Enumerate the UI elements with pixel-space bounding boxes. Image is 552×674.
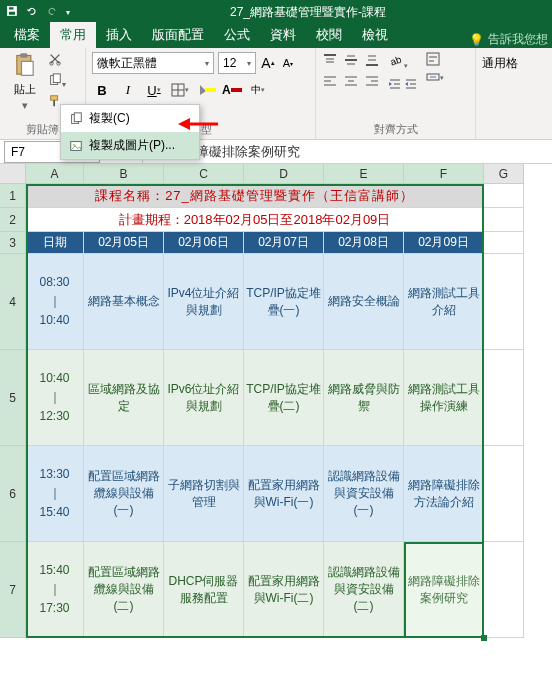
grow-font-icon[interactable]: A▴	[260, 55, 276, 71]
cell[interactable]: DHCP伺服器服務配置	[164, 542, 244, 638]
cell-header[interactable]: 02月06日	[164, 232, 244, 254]
col-header[interactable]: E	[324, 164, 404, 184]
cell-time[interactable]: 13:30 ｜ 15:40	[26, 446, 84, 542]
cell[interactable]: IPv6位址介紹與規劃	[164, 350, 244, 446]
cell[interactable]	[484, 350, 524, 446]
indent-inc-icon[interactable]	[404, 77, 418, 94]
cell[interactable]: 配置區域網路纜線與設備(二)	[84, 542, 164, 638]
copy-icon[interactable]: ▾	[48, 73, 66, 90]
cell-time[interactable]: 15:40 ｜ 17:30	[26, 542, 84, 638]
cell-header[interactable]: 02月07日	[244, 232, 324, 254]
tab-home[interactable]: 常用	[50, 22, 96, 48]
cell-header[interactable]: 02月09日	[404, 232, 484, 254]
undo-icon[interactable]	[26, 5, 38, 20]
col-header[interactable]: C	[164, 164, 244, 184]
save-icon[interactable]	[6, 5, 18, 20]
font-size-select[interactable]: 12▾	[218, 52, 256, 74]
orientation-icon[interactable]: ab▾	[388, 52, 418, 71]
cell[interactable]	[484, 232, 524, 254]
shrink-font-icon[interactable]: A▾	[280, 55, 296, 71]
cell[interactable]	[484, 208, 524, 232]
number-format-select[interactable]: 通用格	[482, 52, 536, 74]
cell[interactable]	[484, 446, 524, 542]
cell[interactable]: 網路基本概念	[84, 254, 164, 350]
align-middle-icon[interactable]	[343, 52, 361, 70]
cell[interactable]: 網路安全概論	[324, 254, 404, 350]
font-color-button[interactable]: A	[222, 80, 242, 100]
svg-rect-2	[9, 11, 15, 14]
indent-dec-icon[interactable]	[388, 77, 402, 94]
col-header[interactable]: A	[26, 164, 84, 184]
tab-view[interactable]: 檢視	[352, 22, 398, 48]
cell-active[interactable]: 網路障礙排除案例研究	[404, 542, 484, 638]
svg-text:ab: ab	[389, 53, 404, 67]
font-name-select[interactable]: 微軟正黑體▾	[92, 52, 214, 74]
svg-rect-1	[9, 7, 14, 9]
cell-time[interactable]: 08:30 ｜ 10:40	[26, 254, 84, 350]
tab-file[interactable]: 檔案	[4, 22, 50, 48]
cell[interactable]	[484, 542, 524, 638]
align-top-icon[interactable]	[322, 52, 340, 70]
align-right-icon[interactable]	[364, 73, 382, 91]
cell[interactable]: 配置家用網路與Wi-Fi(一)	[244, 446, 324, 542]
col-header[interactable]: F	[404, 164, 484, 184]
selection-handle[interactable]	[481, 635, 487, 641]
cell[interactable]	[484, 254, 524, 350]
wrap-text-button[interactable]	[426, 52, 444, 66]
cell[interactable]: 配置家用網路與Wi-Fi(二)	[244, 542, 324, 638]
row-header[interactable]: 1	[0, 184, 26, 208]
cell[interactable]: IPv4位址介紹與規劃	[164, 254, 244, 350]
titlebar: ▾ 27_網路基礎管理暨實作-課程	[0, 0, 552, 24]
tab-review[interactable]: 校閱	[306, 22, 352, 48]
cell[interactable]	[484, 184, 524, 208]
cell[interactable]: 網路測試工具介紹	[404, 254, 484, 350]
menu-item-copy-as-picture[interactable]: 複製成圖片(P)...	[61, 132, 199, 159]
cell-header[interactable]: 日期	[26, 232, 84, 254]
cell[interactable]: TCP/IP協定堆疊(二)	[244, 350, 324, 446]
align-left-icon[interactable]	[322, 73, 340, 91]
formula-input[interactable]: 網路障礙排除案例研究	[164, 143, 552, 161]
cell-title[interactable]: 課程名稱：27_網路基礎管理暨實作（王信富講師）	[26, 184, 484, 208]
bold-button[interactable]: B	[92, 80, 112, 100]
cut-icon[interactable]	[48, 52, 66, 69]
cell[interactable]: 認識網路設備與資安設備(一)	[324, 446, 404, 542]
paste-button[interactable]: 貼上 ▾	[6, 52, 44, 112]
cell[interactable]: 網路威脅與防禦	[324, 350, 404, 446]
underline-button[interactable]: U▾	[144, 80, 164, 100]
cell[interactable]: TCP/IP協定堆疊(一)	[244, 254, 324, 350]
redo-icon[interactable]	[46, 5, 58, 20]
merge-center-button[interactable]: ▾	[426, 70, 444, 84]
cell-time[interactable]: 10:40 ｜ 12:30	[26, 350, 84, 446]
col-header[interactable]: B	[84, 164, 164, 184]
ribbon: 貼上 ▾ ▾ 剪貼簿 微軟正黑體▾ 12▾ A▴ A▾ B I U▾	[0, 48, 552, 140]
cell-subtitle[interactable]: 計畫期程：2018年02月05日至2018年02月09日	[26, 208, 484, 232]
phonetic-button[interactable]: 中▾	[248, 80, 268, 100]
tab-insert[interactable]: 插入	[96, 22, 142, 48]
italic-button[interactable]: I	[118, 80, 138, 100]
row-header[interactable]: 6	[0, 446, 26, 542]
select-all-corner[interactable]	[0, 164, 26, 184]
row-header[interactable]: 5	[0, 350, 26, 446]
cell[interactable]: 網路測試工具操作演練	[404, 350, 484, 446]
cell[interactable]: 區域網路及協定	[84, 350, 164, 446]
align-bottom-icon[interactable]	[364, 52, 382, 70]
cell-header[interactable]: 02月08日	[324, 232, 404, 254]
cell[interactable]: 配置區域網路纜線與設備(一)	[84, 446, 164, 542]
tell-me[interactable]: 💡 告訴我您想	[469, 31, 548, 48]
fill-color-button[interactable]	[196, 80, 216, 100]
col-header[interactable]: G	[484, 164, 524, 184]
border-button[interactable]: ▾	[170, 80, 190, 100]
tab-formulas[interactable]: 公式	[214, 22, 260, 48]
row-header[interactable]: 7	[0, 542, 26, 638]
tab-layout[interactable]: 版面配置	[142, 22, 214, 48]
cell[interactable]: 認識網路設備與資安設備(二)	[324, 542, 404, 638]
row-header[interactable]: 3	[0, 232, 26, 254]
col-header[interactable]: D	[244, 164, 324, 184]
cell-header[interactable]: 02月05日	[84, 232, 164, 254]
cell[interactable]: 網路障礙排除方法論介紹	[404, 446, 484, 542]
tab-data[interactable]: 資料	[260, 22, 306, 48]
row-header[interactable]: 4	[0, 254, 26, 350]
align-center-icon[interactable]	[343, 73, 361, 91]
cell[interactable]: 子網路切割與管理	[164, 446, 244, 542]
row-header[interactable]: 2	[0, 208, 26, 232]
